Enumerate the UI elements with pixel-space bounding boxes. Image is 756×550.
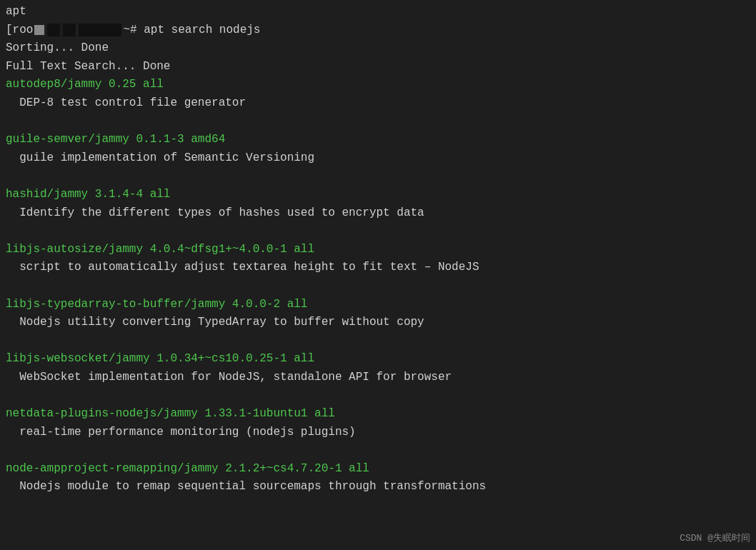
autodep8-name-line: autodep8/jammy 0.25 all: [6, 76, 750, 94]
libjs-autosize-desc-line: script to automatically adjust textarea …: [6, 259, 750, 277]
netdata-desc-line: real-time performance monitoring (nodejs…: [6, 424, 750, 442]
hashid-desc-line: Identify the different types of hashes u…: [6, 204, 750, 223]
prompt-line: [roo ~# apt search nodejs: [6, 21, 750, 40]
prompt-box-3: [63, 24, 76, 36]
terminal-window: apt [roo ~# apt search nodejs Sorting...…: [0, 0, 756, 550]
guile-name-line: guile-semver/jammy 0.1.1-3 amd64: [6, 131, 750, 149]
apt-label-line: apt: [6, 3, 750, 21]
empty-line-1: [6, 113, 750, 131]
libjs-websocket-desc-line: WebSocket implementation for NodeJS, sta…: [6, 369, 750, 387]
prompt-box-2: [47, 24, 60, 36]
prompt-box-1: [34, 25, 44, 35]
empty-line-6: [6, 386, 750, 405]
watermark: CSDN @失眠时间: [680, 531, 750, 544]
netdata-name-line: netdata-plugins-nodejs/jammy 1.33.1-1ubu…: [6, 405, 750, 424]
libjs-websocket-name-line: libjs-websocket/jammy 1.0.34+~cs10.0.25-…: [6, 350, 750, 369]
prompt-user: [roo: [6, 21, 33, 40]
libjs-typedarray-name-line: libjs-typedarray-to-buffer/jammy 4.0.0-2…: [6, 296, 750, 314]
node-ampproject-name-line: node-ampproject-remapping/jammy 2.1.2+~c…: [6, 460, 750, 479]
empty-line-2: [6, 167, 750, 186]
node-ampproject-desc-line: Nodejs module to remap sequential source…: [6, 478, 750, 496]
sorting-done-line: Sorting... Done: [6, 39, 750, 58]
libjs-autosize-name-line: libjs-autosize/jammy 4.0.4~dfsg1+~4.0.0-…: [6, 241, 750, 259]
autodep8-desc-line: DEP-8 test control file generator: [6, 94, 750, 113]
empty-line-3: [6, 222, 750, 241]
prompt-box-4: [79, 24, 121, 36]
empty-line-5: [6, 332, 750, 351]
empty-line-4: [6, 277, 750, 296]
full-text-search-line: Full Text Search... Done: [6, 58, 750, 76]
empty-line-7: [6, 441, 750, 460]
guile-desc-line: guile implementation of Semantic Version…: [6, 149, 750, 168]
hashid-name-line: hashid/jammy 3.1.4-4 all: [6, 186, 750, 204]
libjs-typedarray-desc-line: Nodejs utility converting TypedArray to …: [6, 314, 750, 332]
prompt-command: ~# apt search nodejs: [123, 21, 260, 40]
